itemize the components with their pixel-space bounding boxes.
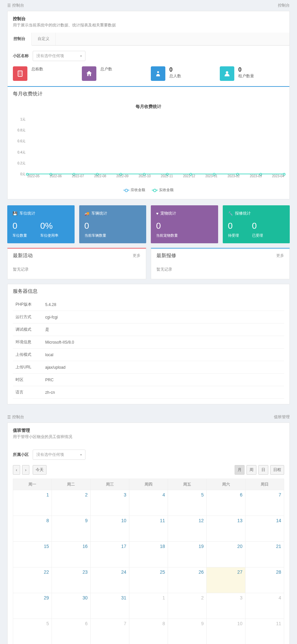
cal-day[interactable]: 15: [13, 542, 52, 567]
cal-day[interactable]: 11: [129, 516, 168, 542]
cal-weekday: 周日: [245, 479, 284, 490]
widget-车位统计[interactable]: 💾车位统计 0车位数量0%车位使用率: [7, 205, 75, 243]
cal-week-row: 567891011: [13, 619, 284, 644]
cal-day[interactable]: 10: [207, 619, 245, 644]
cal-day[interactable]: 5: [13, 619, 52, 644]
cal-day[interactable]: 21: [245, 542, 284, 567]
svg-point-8: [226, 71, 228, 74]
cal-day[interactable]: 2: [52, 490, 90, 516]
cal-day[interactable]: 20: [207, 542, 245, 567]
page-subtitle: 用于管理小区物业的员工值班情况: [13, 434, 284, 440]
cal-view-month[interactable]: 月: [235, 465, 245, 475]
cal-day[interactable]: 4: [245, 593, 284, 619]
cal-day[interactable]: 12: [168, 516, 207, 542]
cal-weekday: 周三: [90, 479, 129, 490]
cal-view-week[interactable]: 周: [247, 465, 256, 475]
cal-day[interactable]: 10: [90, 516, 129, 542]
latest-activity-panel: 最新活动 更多 暂无记录: [7, 248, 146, 279]
widget-宠物统计[interactable]: ♥宠物统计 0当前宠物数量: [151, 205, 218, 243]
cal-day[interactable]: 18: [129, 542, 168, 567]
cal-day[interactable]: 5: [168, 490, 207, 516]
legend-item[interactable]: 应收金额: [123, 187, 145, 192]
tab-custom[interactable]: 自定义: [32, 33, 56, 45]
stat-总栋数: 总栋数: [13, 66, 77, 81]
filter-label: 所属小区: [13, 452, 29, 458]
cal-day[interactable]: 25: [129, 567, 168, 593]
cal-day[interactable]: 8: [13, 516, 52, 542]
info-value: cgi-fcgi: [43, 311, 284, 323]
server-info-row: 上传URLajax/upload: [13, 361, 284, 374]
select-placeholder: 没有选中任何项: [36, 452, 64, 458]
cal-view-list[interactable]: 日程: [270, 465, 284, 475]
y-tick: 0元: [20, 172, 25, 177]
cal-day[interactable]: 28: [245, 567, 284, 593]
cal-day[interactable]: 3: [90, 490, 129, 516]
cal-today-button[interactable]: 今天: [33, 465, 47, 475]
cal-day[interactable]: 16: [52, 542, 90, 567]
cal-week-row: 891011121314: [13, 516, 284, 542]
cal-next-button[interactable]: ›: [22, 465, 29, 475]
cal-day[interactable]: 26: [168, 567, 207, 593]
cal-day[interactable]: 7: [245, 490, 284, 516]
cal-day[interactable]: 27: [207, 567, 245, 593]
cal-day[interactable]: 8: [129, 619, 168, 644]
cal-day[interactable]: 2: [168, 593, 207, 619]
cal-day[interactable]: 1: [13, 490, 52, 516]
tab-console[interactable]: 控制台: [8, 33, 32, 46]
cal-day[interactable]: 3: [207, 593, 245, 619]
heart-icon: ♥: [156, 211, 158, 216]
cal-day[interactable]: 22: [13, 567, 52, 593]
cal-day[interactable]: 6: [207, 490, 245, 516]
cal-day[interactable]: 7: [90, 619, 129, 644]
community-select[interactable]: 没有选中任何项 ▾: [33, 450, 85, 460]
cal-day[interactable]: 17: [90, 542, 129, 567]
cal-day[interactable]: 29: [13, 593, 52, 619]
svg-point-7: [157, 71, 159, 73]
stat-icon: [220, 66, 234, 81]
server-info-row: 上传模式local: [13, 349, 284, 361]
x-tick: 2022-10: [139, 174, 151, 182]
cal-day[interactable]: 31: [90, 593, 129, 619]
stat-value: 0: [169, 66, 181, 73]
legend-label: 实收金额: [159, 187, 174, 192]
x-tick: 2022-11: [161, 174, 173, 182]
chevron-down-icon: ▾: [80, 453, 82, 457]
widget-车辆统计[interactable]: 🚚车辆统计 0当前车辆数量: [79, 205, 147, 243]
cal-day[interactable]: 6: [52, 619, 90, 644]
server-info-row: 环境信息Microsoft-IIS/8.0: [13, 336, 284, 349]
cal-day[interactable]: 9: [52, 516, 90, 542]
breadcrumb: ☰ 控制台 值班管理: [0, 412, 297, 423]
community-select[interactable]: 没有选中任何项 ▾: [33, 51, 85, 61]
cal-day[interactable]: 9: [168, 619, 207, 644]
cal-prev-button[interactable]: ‹: [13, 465, 20, 475]
widget-value: 0%: [40, 221, 58, 231]
widget-title: 报修统计: [235, 211, 251, 216]
chevron-down-icon: ▾: [80, 54, 82, 58]
stat-icon: [151, 66, 165, 81]
stat-租户数量: 0 租户数量: [220, 66, 284, 81]
cal-day[interactable]: 19: [168, 542, 207, 567]
legend-dot-icon: [152, 190, 158, 190]
stat-icon: [13, 66, 27, 81]
cal-day[interactable]: 14: [245, 516, 284, 542]
cal-view-day[interactable]: 日: [258, 465, 268, 475]
legend-item[interactable]: 实收金额: [152, 187, 174, 192]
cal-day[interactable]: 13: [207, 516, 245, 542]
cal-week-row: 1234567: [13, 490, 284, 516]
cal-week-row: 22232425262728: [13, 567, 284, 593]
latest-activity-title: 最新活动: [13, 253, 33, 259]
cal-day[interactable]: 23: [52, 567, 90, 593]
widget-报修统计[interactable]: 🔧报修统计 0待受理0已受理: [223, 205, 290, 243]
cal-day[interactable]: 30: [52, 593, 90, 619]
widget-title: 车位统计: [19, 211, 35, 216]
cal-day[interactable]: 11: [245, 619, 284, 644]
latest-repair-more[interactable]: 更多: [276, 253, 284, 258]
breadcrumb-title: 控制台: [12, 3, 24, 8]
monthly-fee-title: 每月收费统计: [8, 86, 289, 101]
cal-day[interactable]: 24: [90, 567, 129, 593]
y-tick: 1元: [20, 117, 25, 122]
y-tick: 0.2元: [17, 161, 25, 166]
cal-day[interactable]: 4: [129, 490, 168, 516]
latest-activity-more[interactable]: 更多: [133, 253, 141, 258]
cal-day[interactable]: 1: [129, 593, 168, 619]
